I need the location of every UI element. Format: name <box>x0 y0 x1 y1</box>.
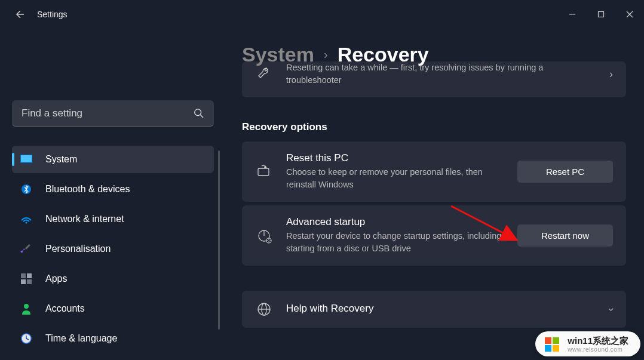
svg-rect-1 <box>599 12 604 17</box>
chevron-right-icon: › <box>324 48 328 61</box>
sidebar-item-accounts[interactable]: Accounts <box>12 295 214 322</box>
help-card[interactable]: Help with Recovery › <box>242 291 626 328</box>
svg-point-15 <box>24 304 29 309</box>
watermark: win11系统之家 www.relsound.com <box>535 331 640 356</box>
svg-rect-29 <box>553 337 559 344</box>
sidebar-item-label: Apps <box>45 273 67 284</box>
back-button[interactable] <box>12 7 26 21</box>
maximize-icon <box>597 11 605 18</box>
chevron-down-icon: › <box>605 307 618 311</box>
search-icon <box>194 108 204 119</box>
system-icon <box>20 153 32 165</box>
title-bar-left: Settings <box>12 7 68 21</box>
watermark-main: win11系统之家 <box>568 336 628 346</box>
sidebar-item-network[interactable]: Network & internet <box>12 205 214 233</box>
apps-icon <box>20 273 32 285</box>
sidebar-item-bluetooth[interactable]: Bluetooth & devices <box>12 176 214 203</box>
maximize-button[interactable] <box>587 2 615 26</box>
sidebar-item-system[interactable]: System <box>12 146 214 173</box>
sidebar: System Bluetooth & devices Network & int… <box>0 29 221 360</box>
svg-rect-20 <box>258 168 269 176</box>
app-title: Settings <box>37 10 68 19</box>
restart-now-button[interactable]: Restart now <box>517 224 613 247</box>
advanced-startup-card: Advanced startup Restart your device to … <box>242 205 626 266</box>
svg-rect-7 <box>21 155 32 162</box>
wrench-icon <box>255 66 273 82</box>
svg-rect-13 <box>21 279 26 284</box>
sidebar-item-apps[interactable]: Apps <box>12 265 214 293</box>
bluetooth-icon <box>20 183 32 195</box>
paintbrush-icon <box>20 243 32 255</box>
sidebar-item-label: Time & language <box>45 333 117 344</box>
reset-pc-button[interactable]: Reset PC <box>517 161 613 183</box>
advanced-title: Advanced startup <box>286 216 504 228</box>
minimize-button[interactable] <box>558 2 587 26</box>
reset-title: Reset this PC <box>286 152 504 164</box>
svg-point-4 <box>195 109 201 115</box>
network-icon <box>20 213 32 225</box>
accounts-icon <box>20 303 32 315</box>
search-input[interactable] <box>22 107 194 119</box>
reset-icon <box>255 164 273 180</box>
svg-rect-28 <box>545 337 551 344</box>
sidebar-item-label: Accounts <box>45 303 85 314</box>
section-title: Recovery options <box>242 121 626 133</box>
window-controls <box>558 2 644 26</box>
svg-rect-14 <box>27 279 32 284</box>
advanced-desc: Restart your device to change startup se… <box>286 230 504 255</box>
troubleshoot-card[interactable]: Resetting can take a while — first, try … <box>242 61 626 97</box>
svg-rect-31 <box>553 345 559 352</box>
chevron-right-icon: › <box>609 68 613 81</box>
close-icon <box>626 11 633 18</box>
sidebar-item-label: Bluetooth & devices <box>45 184 130 195</box>
svg-line-5 <box>201 115 204 118</box>
main-content: System › Recovery Resetting can take a w… <box>221 29 644 360</box>
sidebar-item-label: System <box>45 154 77 165</box>
sidebar-item-label: Network & internet <box>45 214 124 224</box>
clock-icon <box>20 333 32 344</box>
svg-rect-10 <box>25 244 30 250</box>
reset-pc-card: Reset this PC Choose to keep or remove y… <box>242 141 626 202</box>
search-box[interactable] <box>12 100 214 127</box>
reset-desc: Choose to keep or remove your personal f… <box>286 166 504 191</box>
help-title: Help with Recovery <box>286 303 596 315</box>
nav-list: System Bluetooth & devices Network & int… <box>12 146 214 355</box>
watermark-logo-icon <box>544 336 560 353</box>
sidebar-item-personalisation[interactable]: Personalisation <box>12 235 214 263</box>
globe-icon <box>255 301 273 317</box>
back-arrow-icon <box>13 8 25 20</box>
close-button[interactable] <box>615 2 644 26</box>
svg-point-9 <box>26 222 27 224</box>
troubleshoot-desc: Resetting can take a while — first, try … <box>286 61 596 87</box>
svg-rect-30 <box>545 345 551 352</box>
svg-rect-12 <box>27 273 32 278</box>
svg-rect-11 <box>21 273 26 278</box>
title-bar: Settings <box>0 0 644 29</box>
sidebar-item-time-language[interactable]: Time & language <box>12 325 214 352</box>
sidebar-item-label: Personalisation <box>45 244 111 254</box>
watermark-sub: www.relsound.com <box>568 346 628 353</box>
power-settings-icon <box>255 227 273 244</box>
minimize-icon <box>569 11 576 18</box>
